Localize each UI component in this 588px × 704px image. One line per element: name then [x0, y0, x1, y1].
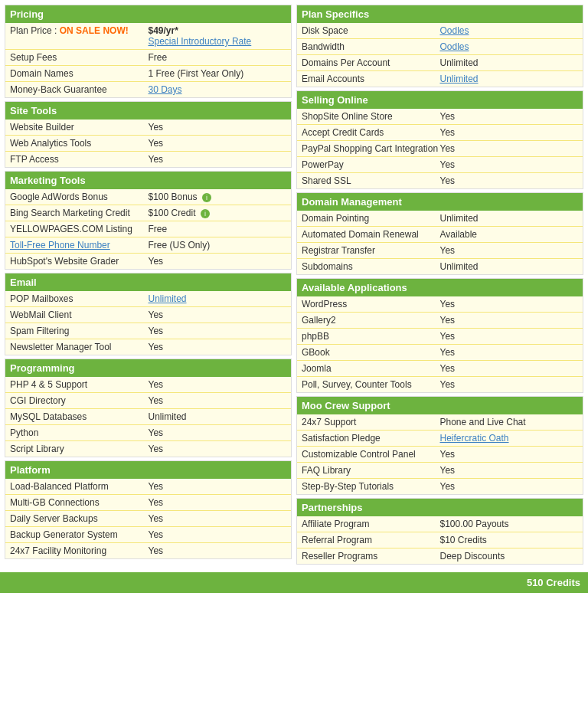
section-body-moo-crew-support: 24x7 SupportPhone and Live ChatSatisfact…: [297, 414, 583, 494]
row-label: Newsletter Manager Tool: [10, 342, 149, 352]
value-link[interactable]: Heifercratic Oath: [440, 433, 509, 444]
section-pricing: PricingPlan Price : ON SALE NOW!$49/yr*S…: [5, 5, 292, 98]
table-row: Customizable Control PanelYes: [297, 447, 583, 463]
row-value: Yes: [440, 315, 579, 326]
row-label: Joomla: [302, 363, 440, 374]
row-label: Web Analytics Tools: [10, 138, 149, 149]
table-row: Registrar TransferYes: [297, 243, 583, 259]
table-row: Bing Search Marketing Credit$100 Credit …: [5, 205, 291, 221]
row-label: 24x7 Support: [302, 417, 440, 427]
label-link[interactable]: Toll-Free Phone Number: [10, 240, 110, 250]
row-value: Yes: [149, 379, 287, 390]
row-label: Affiliate Program: [302, 519, 440, 529]
table-row: Load-Balanced PlatformYes: [5, 479, 291, 495]
row-value: Yes: [440, 481, 579, 492]
value-link[interactable]: Unlimited: [149, 293, 187, 304]
row-label: Referral Program: [302, 535, 440, 545]
row-label: Multi-GB Connections: [10, 497, 149, 508]
table-row: PHP 4 & 5 SupportYes: [5, 377, 291, 393]
row-value: 30 Days: [149, 84, 287, 95]
section-selling-online: Selling OnlineShopSite Online StoreYesAc…: [296, 90, 583, 189]
row-value: Yes: [440, 143, 579, 154]
table-row: Referral Program$10 Credits: [297, 532, 583, 548]
row-label: Daily Server Backups: [10, 513, 149, 524]
row-value: Yes: [149, 138, 287, 149]
row-label: MySQL Databases: [10, 411, 149, 422]
section-body-pricing: Plan Price : ON SALE NOW!$49/yr*Special …: [5, 23, 291, 97]
row-value: Unlimited: [149, 411, 287, 422]
plan-price-value: $49/yr*Special Introductory Rate: [149, 25, 287, 47]
section-body-site-tools: Website BuilderYesWeb Analytics ToolsYes…: [5, 120, 291, 167]
table-row: GBookYes: [297, 345, 583, 361]
plan-price-label: Plan Price : ON SALE NOW!: [10, 25, 149, 36]
row-value: $100.00 Payouts: [440, 519, 579, 529]
row-value: 1 Free (First Year Only): [149, 68, 287, 79]
table-row: Shared SSLYes: [297, 173, 583, 188]
row-label: PowerPay: [302, 159, 440, 170]
money-back-link[interactable]: 30 Days: [149, 84, 182, 95]
section-body-domain-management: Domain PointingUnlimitedAutomated Domain…: [297, 211, 583, 274]
row-value: Heifercratic Oath: [440, 433, 579, 444]
row-label: Bing Search Marketing Credit: [10, 208, 149, 218]
table-row: Website BuilderYes: [5, 120, 291, 136]
table-row: Gallery2Yes: [297, 313, 583, 329]
row-value: Deep Discounts: [440, 551, 579, 562]
row-value: Yes: [440, 449, 579, 460]
row-label: Domain Pointing: [302, 213, 440, 224]
price-amount: $49/yr*: [149, 25, 178, 36]
table-row: Email AccountsUnlimited: [297, 71, 583, 87]
row-label: CGI Directory: [10, 395, 149, 406]
value-link[interactable]: Oodles: [440, 41, 469, 52]
special-rate-link[interactable]: Special Introductory Rate: [149, 36, 252, 47]
section-header-plan-specifics: Plan Specifics: [297, 5, 583, 23]
table-row: Domain PointingUnlimited: [297, 211, 583, 227]
row-value: Yes: [440, 299, 579, 309]
table-row: PayPal Shopping Cart IntegrationYes: [297, 141, 583, 157]
row-label: Gallery2: [302, 315, 440, 326]
row-label: Domains Per Account: [302, 57, 440, 68]
row-value: $10 Credits: [440, 535, 579, 545]
row-value: Oodles: [440, 41, 579, 52]
table-row: Automated Domain RenewalAvailable: [297, 227, 583, 243]
row-value: $100 Bonus i: [149, 192, 287, 202]
row-label: Accept Credit Cards: [302, 127, 440, 138]
section-header-domain-management: Domain Management: [297, 193, 583, 211]
table-row: BandwidthOodles: [297, 39, 583, 55]
row-value: Yes: [149, 342, 287, 352]
value-link[interactable]: Oodles: [440, 25, 469, 36]
table-row: POP MailboxesUnlimited: [5, 291, 291, 307]
section-platform: PlatformLoad-Balanced PlatformYesMulti-G…: [5, 460, 292, 559]
row-value: Yes: [440, 465, 579, 476]
table-row: Google AdWords Bonus$100 Bonus i: [5, 189, 291, 205]
table-row: Accept Credit CardsYes: [297, 125, 583, 141]
row-value: Yes: [440, 245, 579, 256]
table-row: Setup FeesFree: [5, 50, 291, 66]
table-row: JoomlaYes: [297, 361, 583, 377]
table-row: Poll, Survey, Counter ToolsYes: [297, 377, 583, 392]
table-row: WebMail ClientYes: [5, 307, 291, 323]
section-marketing-tools: Marketing ToolsGoogle AdWords Bonus$100 …: [5, 171, 292, 270]
row-label: HubSpot's Website Grader: [10, 256, 149, 267]
section-body-email: POP MailboxesUnlimitedWebMail ClientYesS…: [5, 291, 291, 355]
row-label: Website Builder: [10, 122, 149, 133]
section-header-moo-crew-support: Moo Crew Support: [297, 397, 583, 414]
info-icon: i: [202, 193, 211, 202]
row-value: Yes: [149, 154, 287, 165]
table-row: Satisfaction PledgeHeifercratic Oath: [297, 431, 583, 447]
table-row: Backup Generator SystemYes: [5, 527, 291, 543]
row-value: Yes: [440, 379, 579, 390]
row-label: Spam Filtering: [10, 326, 149, 336]
table-row: Disk SpaceOodles: [297, 23, 583, 39]
table-row: phpBBYes: [297, 329, 583, 345]
table-row: Domain Names1 Free (First Year Only): [5, 66, 291, 82]
section-available-applications: Available ApplicationsWordPressYesGaller…: [296, 278, 583, 393]
row-value: Unlimited: [440, 57, 579, 68]
table-row: HubSpot's Website GraderYes: [5, 254, 291, 269]
value-link[interactable]: Unlimited: [440, 74, 479, 84]
section-plan-specifics: Plan SpecificsDisk SpaceOodlesBandwidthO…: [296, 5, 583, 87]
section-header-site-tools: Site Tools: [5, 102, 291, 120]
section-body-marketing-tools: Google AdWords Bonus$100 Bonus iBing Sea…: [5, 189, 291, 269]
row-value: Yes: [149, 122, 287, 133]
row-label: Poll, Survey, Counter Tools: [302, 379, 440, 390]
row-value: Yes: [149, 427, 287, 438]
